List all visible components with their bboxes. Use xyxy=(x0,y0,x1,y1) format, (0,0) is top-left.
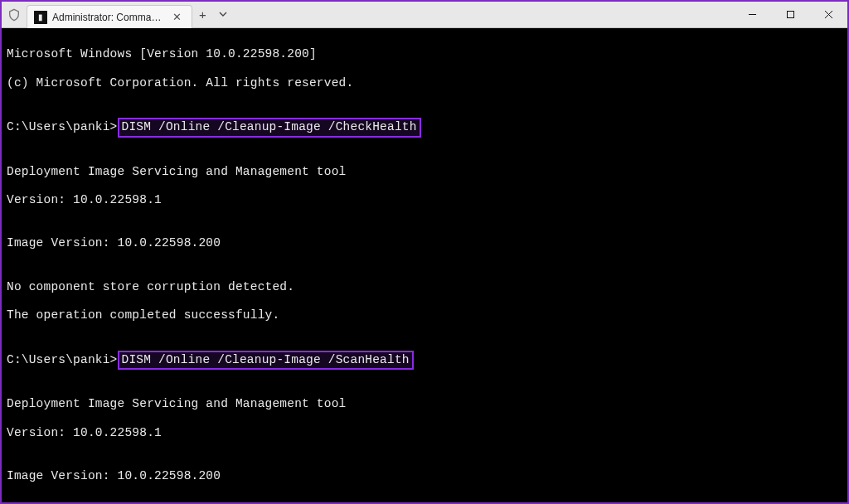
close-button[interactable] xyxy=(809,2,847,28)
tab-title: Administrator: Command Prom xyxy=(52,12,166,23)
output-line: Version: 10.0.22598.1 xyxy=(7,193,842,207)
output-line: Microsoft Windows [Version 10.0.22598.20… xyxy=(7,47,842,61)
titlebar-drag-area[interactable] xyxy=(228,2,733,27)
minimize-button[interactable] xyxy=(733,2,771,28)
highlight-cmd-checkhealth: DISM /Online /Cleanup-Image /CheckHealth xyxy=(118,118,421,137)
output-line: Version: 10.0.22598.1 xyxy=(7,426,842,440)
output-line: Deployment Image Servicing and Managemen… xyxy=(7,165,842,179)
highlight-cmd-scanhealth: DISM /Online /Cleanup-Image /ScanHealth xyxy=(118,351,414,370)
output-line: Deployment Image Servicing and Managemen… xyxy=(7,397,842,411)
window-controls xyxy=(733,2,847,27)
svg-rect-1 xyxy=(787,12,793,18)
prompt-line: C:\Users\panki>DISM /Online /Cleanup-Ima… xyxy=(7,119,842,135)
maximize-button[interactable] xyxy=(771,2,809,28)
tab-close-button[interactable]: ✕ xyxy=(171,11,183,23)
prompt-line: C:\Users\panki>DISM /Online /Cleanup-Ima… xyxy=(7,352,842,368)
terminal-tab[interactable]: ▮ Administrator: Command Prom ✕ xyxy=(27,5,192,28)
tab-actions: + xyxy=(192,2,228,27)
terminal-output[interactable]: Microsoft Windows [Version 10.0.22598.20… xyxy=(2,28,847,502)
browser-shield-icon[interactable] xyxy=(2,2,27,27)
output-line: Image Version: 10.0.22598.200 xyxy=(7,236,842,250)
output-line: (c) Microsoft Corporation. All rights re… xyxy=(7,76,842,90)
new-tab-button[interactable]: + xyxy=(199,7,206,22)
cmd-icon: ▮ xyxy=(34,11,47,24)
output-line: Image Version: 10.0.22598.200 xyxy=(7,469,842,483)
titlebar: ▮ Administrator: Command Prom ✕ + xyxy=(2,2,847,28)
output-line: No component store corruption detected. xyxy=(7,280,842,294)
tab-dropdown-button[interactable] xyxy=(218,8,228,22)
output-line: The operation completed successfully. xyxy=(7,308,842,322)
